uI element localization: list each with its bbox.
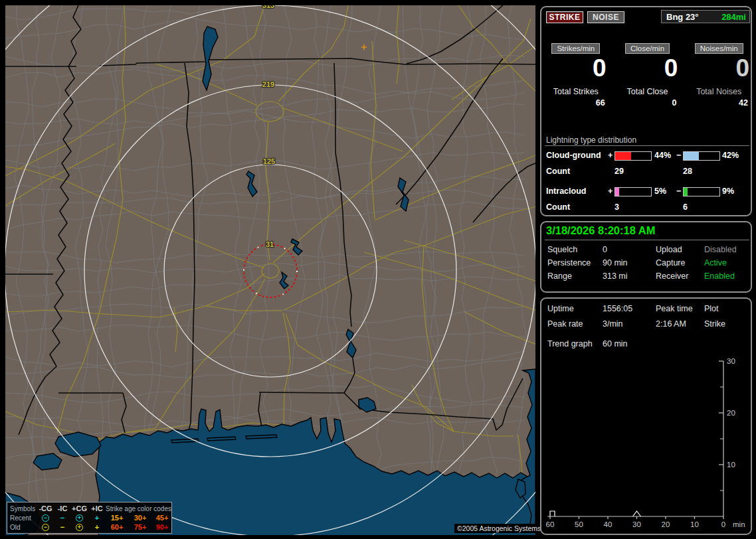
svg-text:10: 10 [690,520,699,528]
close-per-min-label[interactable]: Close/min [625,43,670,54]
ic-plus-count: 3 [614,202,619,212]
neg-ic-recent-icon: − [54,514,70,521]
count-label: Count [546,202,570,212]
age-15: 15+ [106,514,128,521]
close-column: Close/min 0 Total Close 0 [616,42,680,108]
age-75: 75+ [128,524,152,530]
ic-minus-count: 6 [683,202,688,212]
ic-minus-bar [683,187,720,196]
legend-symbols-header: Symbols [10,505,37,512]
map-canvas: 313 219 125 31 [5,5,535,535]
noise-button[interactable]: NOISE [587,11,624,23]
strike-button[interactable]: STRIKE [546,11,583,23]
pos-ic-old-icon: + [88,524,106,530]
ic-plus-bar [614,187,652,196]
distribution-divider [545,145,749,146]
total-strikes-label: Total Strikes [544,87,608,96]
trend-graph: 3020106050403020100min [541,299,751,534]
age-60: 60+ [106,524,128,530]
datetime-divider [545,240,749,240]
bearing-display: Bng 23° 284mi [661,10,750,23]
persistence-value: 90 min [603,258,628,268]
intracloud-row: Intracloud + 5% − 9% [541,187,751,196]
total-noises-value: 42 [687,98,751,108]
plus-sign: + [608,151,613,160]
minus-sign: − [676,151,681,160]
svg-text:30: 30 [632,520,641,528]
strikes-per-min-value: 0 [544,54,608,84]
cg-plus-bar [614,151,652,161]
trend-panel: Uptime 1556:05 Peak time Plot Peak rate … [540,297,752,535]
legend-header-row: Symbols -CG -IC +CG +IC Strike age color… [10,504,171,513]
legend-col-neg-cg: -CG [37,505,54,512]
cg-minus-count: 28 [683,167,692,176]
map-legend: Symbols -CG -IC +CG +IC Strike age color… [7,502,172,534]
ic-plus-pct: 5% [654,187,666,196]
svg-text:50: 50 [575,520,583,528]
cg-minus-pct: 42% [722,151,739,160]
strikes-column: Strikes/min 0 Total Strikes 66 [544,42,608,108]
legend-col-neg-ic: -IC [54,505,70,512]
close-per-min-value: 0 [616,54,680,84]
cloud-ground-label: Cloud-ground [546,151,601,160]
total-noises-label: Total Noises [687,87,751,96]
cloud-ground-row: Cloud-ground + 44% − 42% [541,151,751,161]
noises-per-min-value: 0 [687,54,751,84]
strikes-per-min-label[interactable]: Strikes/min [551,43,600,54]
pos-cg-old-icon: + [70,523,88,531]
bearing-distance: 284mi [721,11,746,24]
neg-cg-recent-icon: − [37,514,54,522]
ring-label-31: 31 [266,240,274,248]
receiver-status: Enabled [704,271,735,281]
receiver-label: Receiver [656,271,688,281]
capture-status: Active [704,258,727,268]
ring-label-219: 219 [262,80,274,88]
svg-text:min: min [733,520,745,528]
cg-plus-pct: 44% [654,151,671,160]
ring-label-125: 125 [263,157,275,165]
upload-status: Disabled [704,245,737,254]
neg-cg-old-icon: − [37,523,54,531]
ic-minus-pct: 9% [722,187,734,196]
svg-text:0: 0 [721,520,725,528]
neg-ic-old-icon: − [54,524,70,530]
svg-text:20: 20 [727,409,735,417]
total-close-value: 0 [616,98,680,108]
cg-plus-count: 29 [614,167,624,176]
age-45: 45+ [152,514,172,521]
capture-label: Capture [656,258,685,268]
total-strikes-value: 66 [544,98,608,108]
status-panel: 3/18/2026 8:20:18 AM Squelch 0 Upload Di… [540,221,752,293]
radar-map[interactable]: 313 219 125 31 Symbols -CG -IC +CG +IC S… [5,5,535,535]
noises-column: Noises/min 0 Total Noises 42 [687,42,751,108]
count-label: Count [546,167,570,176]
pos-ic-recent-icon: + [88,514,106,521]
age-90: 90+ [152,524,172,530]
legend-old-row: Old − − + + 60+ 75+ 90+ [10,522,171,532]
pos-cg-recent-icon: + [70,514,88,522]
copyright-label: ©2005 Astrogenic Systems [454,524,543,533]
cg-minus-bar [683,151,720,161]
rate-columns: Strikes/min 0 Total Strikes 66 Close/min… [541,42,751,108]
legend-recent-label: Recent [10,514,37,522]
svg-text:30: 30 [727,357,735,365]
total-close-label: Total Close [616,87,680,96]
svg-text:20: 20 [662,520,670,528]
range-value: 313 mi [603,271,628,281]
plus-sign: + [608,187,613,196]
legend-old-label: Old [10,524,37,531]
distribution-header: Lightning type distribution [546,135,636,145]
persistence-label: Persistence [547,258,591,268]
ring-label-313: 313 [262,5,274,9]
minus-sign: − [676,187,681,196]
intracloud-label: Intracloud [546,187,586,196]
noises-per-min-label[interactable]: Noises/min [695,43,743,54]
squelch-value: 0 [603,245,607,254]
svg-text:10: 10 [727,461,735,469]
squelch-label: Squelch [547,245,577,254]
range-label: Range [547,271,572,281]
bearing-label: Bng 23° [666,11,699,24]
upload-label: Upload [656,245,682,254]
svg-text:60: 60 [546,520,555,528]
age-30: 30+ [128,514,152,521]
